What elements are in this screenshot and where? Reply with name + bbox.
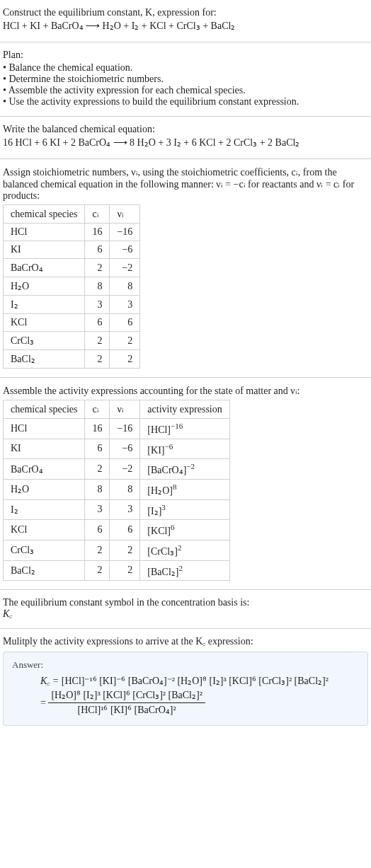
table-row: BaCl₂22[BaCl₂]2: [4, 560, 230, 581]
answer-flat: [HCl]⁻¹⁶ [KI]⁻⁶ [BaCrO₄]⁻² [H₂O]⁸ [I₂]³ …: [62, 676, 329, 686]
ae-pow: 2: [178, 543, 182, 552]
table-row: CrCl₃22: [4, 332, 140, 350]
cell-species: HCl: [4, 419, 85, 439]
cell-activity: [H₂O]8: [140, 479, 229, 499]
cell-c: 2: [85, 459, 110, 480]
cell-species: I₂: [4, 499, 85, 520]
ae-base: [BaCrO₄]: [147, 465, 186, 475]
cell-c: 8: [85, 277, 110, 296]
answer-frac-num: [H₂O]⁸ [I₂]³ [KCl]⁶ [CrCl₃]² [BaCl₂]²: [48, 690, 205, 704]
cell-c: 2: [85, 540, 110, 560]
cell-v: 6: [110, 314, 140, 332]
cell-v: −6: [110, 241, 140, 259]
cell-v: −6: [110, 439, 140, 459]
ae-pow: −6: [164, 442, 173, 451]
cell-c: 6: [85, 241, 110, 259]
answer-eq2-lhs: =: [40, 697, 48, 707]
cell-c: 3: [85, 499, 110, 520]
cell-v: −2: [110, 459, 140, 480]
cell-c: 3: [85, 296, 110, 314]
cell-v: 8: [110, 479, 140, 499]
stoich-table: chemical species cᵢ νᵢ HCl16−16 KI6−6 Ba…: [3, 204, 140, 369]
cell-c: 2: [85, 560, 110, 581]
header-equation: HCl + KI + BaCrO₄ ⟶ H₂O + I₂ + KCl + CrC…: [3, 20, 368, 32]
activity-h1: cᵢ: [85, 400, 110, 419]
plan-title: Plan:: [3, 50, 368, 61]
ae-base: [I₂]: [147, 505, 161, 516]
cell-species: BaCl₂: [4, 350, 85, 369]
cell-v: 2: [110, 560, 140, 581]
ksymbol-intro: The equilibrium constant symbol in the c…: [3, 597, 368, 608]
balanced-section: Write the balanced chemical equation: 16…: [0, 117, 371, 159]
answer-line2: = [H₂O]⁸ [I₂]³ [KCl]⁶ [CrCl₃]² [BaCl₂]² …: [40, 690, 359, 717]
ae-pow: −16: [171, 422, 183, 430]
answer-line1: K꜀ = [HCl]⁻¹⁶ [KI]⁻⁶ [BaCrO₄]⁻² [H₂O]⁸ […: [40, 673, 359, 689]
cell-v: 2: [110, 332, 140, 350]
plan-bullet-1: • Balance the chemical equation.: [3, 62, 368, 74]
ksymbol: K꜀: [3, 608, 12, 619]
cell-v: 8: [110, 277, 140, 296]
cell-v: −2: [110, 259, 140, 277]
stoich-h1: cᵢ: [85, 205, 110, 224]
cell-species: KI: [4, 241, 85, 259]
activity-intro: Assemble the activity expressions accoun…: [3, 385, 368, 397]
cell-c: 2: [85, 332, 110, 350]
cell-species: BaCrO₄: [4, 259, 85, 277]
cell-species: CrCl₃: [4, 540, 85, 560]
cell-c: 6: [85, 520, 110, 540]
answer-box: Answer: K꜀ = [HCl]⁻¹⁶ [KI]⁻⁶ [BaCrO₄]⁻² …: [3, 652, 368, 726]
table-row: KCl66[KCl]6: [4, 520, 230, 540]
multiply-intro: Mulitply the activity expressions to arr…: [3, 636, 368, 647]
table-row: I₂33[I₂]3: [4, 499, 230, 520]
answer-fraction: [H₂O]⁸ [I₂]³ [KCl]⁶ [CrCl₃]² [BaCl₂]² [H…: [48, 690, 205, 717]
cell-activity: [HCl]−16: [140, 419, 229, 439]
cell-v: −16: [110, 419, 140, 439]
ae-base: [KI]: [147, 444, 164, 455]
cell-c: 2: [85, 259, 110, 277]
table-row: H₂O88: [4, 277, 140, 296]
table-row: CrCl₃22[CrCl₃]2: [4, 540, 230, 560]
table-row: HCl16−16[HCl]−16: [4, 419, 230, 439]
ae-base: [KCl]: [147, 526, 171, 536]
cell-c: 16: [85, 419, 110, 439]
cell-c: 2: [85, 350, 110, 369]
ae-base: [BaCl₂]: [147, 566, 178, 577]
cell-v: 2: [110, 350, 140, 369]
stoich-h0: chemical species: [4, 205, 85, 224]
cell-activity: [KCl]6: [140, 520, 229, 540]
table-row: HCl16−16: [4, 224, 140, 241]
cell-species: KI: [4, 439, 85, 459]
activity-header-row: chemical species cᵢ νᵢ activity expressi…: [4, 400, 230, 419]
answer-lhs: K꜀ =: [40, 676, 62, 686]
cell-v: 2: [110, 540, 140, 560]
ae-pow: 3: [161, 503, 166, 511]
cell-activity: [BaCrO₄]−2: [140, 459, 229, 480]
multiply-section: Mulitply the activity expressions to arr…: [0, 629, 371, 734]
table-row: BaCl₂22: [4, 350, 140, 369]
cell-activity: [KI]−6: [140, 439, 229, 459]
cell-species: HCl: [4, 224, 85, 241]
cell-species: KCl: [4, 520, 85, 540]
plan-bullet-2: • Determine the stoichiometric numbers.: [3, 74, 368, 85]
balanced-title: Write the balanced chemical equation:: [3, 124, 368, 135]
ae-pow: 6: [171, 523, 175, 531]
plan-bullet-3: • Assemble the activity expression for e…: [3, 85, 368, 96]
table-row: I₂33: [4, 296, 140, 314]
header-section: Construct the equilibrium constant, K, e…: [0, 0, 371, 42]
ksymbol-section: The equilibrium constant symbol in the c…: [0, 590, 371, 629]
table-row: BaCrO₄2−2: [4, 259, 140, 277]
activity-h0: chemical species: [4, 400, 85, 419]
activity-h3: activity expression: [140, 400, 229, 419]
stoich-section: Assign stoichiometric numbers, νᵢ, using…: [0, 159, 371, 378]
stoich-h2: νᵢ: [110, 205, 140, 224]
cell-activity: [CrCl₃]2: [140, 540, 229, 560]
cell-c: 6: [85, 439, 110, 459]
plan-bullet-4: • Use the activity expressions to build …: [3, 96, 368, 108]
table-row: KI6−6: [4, 241, 140, 259]
cell-activity: [I₂]3: [140, 499, 229, 520]
cell-v: 3: [110, 296, 140, 314]
ae-pow: 8: [173, 482, 177, 491]
cell-species: KCl: [4, 314, 85, 332]
cell-species: BaCrO₄: [4, 459, 85, 480]
cell-species: CrCl₃: [4, 332, 85, 350]
